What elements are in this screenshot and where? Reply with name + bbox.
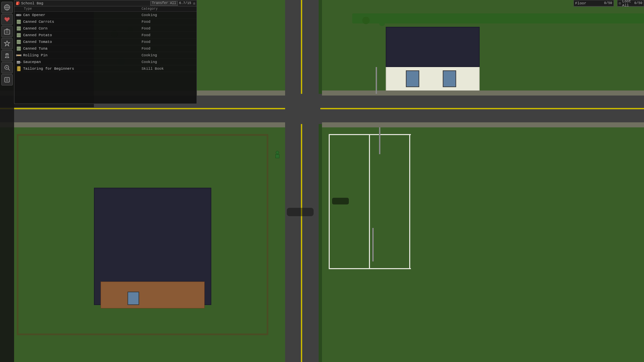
svg-rect-22 xyxy=(17,20,21,21)
weight-icon: ⚖ xyxy=(193,1,195,5)
svg-rect-23 xyxy=(17,23,21,24)
fence-v1 xyxy=(329,134,330,268)
panel-titlebar: 🎒 School Bag Transfer All 6.7/15 ⚖ xyxy=(14,0,197,6)
transfer-all-button[interactable]: Transfer All xyxy=(150,1,178,6)
item-row-canned-potato[interactable]: Canned Potato Food xyxy=(14,32,197,39)
player-character xyxy=(275,151,280,158)
item-row-tailoring-book[interactable]: Tailoring for Beginners Skill Book xyxy=(14,65,197,72)
svg-rect-38 xyxy=(20,54,21,56)
can-opener-icon xyxy=(16,12,22,18)
svg-rect-37 xyxy=(16,54,17,56)
road-debris-1 xyxy=(332,198,349,204)
house-bottom-left xyxy=(94,188,211,322)
hedge-top xyxy=(352,13,644,23)
item-row-canned-tomato[interactable]: Canned Tomato Food xyxy=(14,39,197,45)
toolbar-btn-skills[interactable] xyxy=(1,38,13,49)
lamp-pole-1 xyxy=(376,67,377,94)
svg-line-11 xyxy=(8,69,10,70)
lamp-pole-3 xyxy=(372,228,374,261)
road-line-v1 xyxy=(301,0,302,94)
svg-rect-26 xyxy=(17,29,21,31)
loot-panel: ⊡ Loot All 0/50 xyxy=(617,0,644,7)
item-list[interactable]: Can Opener Cooking Canned Carrots Food xyxy=(14,12,197,104)
sidewalk-bottom-right xyxy=(322,122,644,127)
item-category-canned-corn: Food xyxy=(142,26,195,31)
canned-tuna-icon xyxy=(16,46,22,52)
item-category-saucepan: Cooking xyxy=(142,60,195,64)
fence-h-bottom xyxy=(329,268,411,269)
item-row-canned-carrots[interactable]: Canned Carrots Food xyxy=(14,18,197,25)
canned-carrots-icon xyxy=(16,19,22,25)
sidewalk-bottom-left xyxy=(0,122,285,127)
toolbar-btn-map[interactable] xyxy=(1,2,13,13)
item-row-can-opener[interactable]: Can Opener Cooking xyxy=(14,12,197,18)
fence-v2 xyxy=(369,134,370,268)
fence-h-top xyxy=(329,134,411,135)
house-top-right xyxy=(386,27,480,101)
item-category-canned-tuna: Food xyxy=(142,47,195,51)
item-category-tailoring-book: Skill Book xyxy=(142,67,195,71)
item-name-canned-carrots: Canned Carrots xyxy=(23,20,142,24)
toolbar-btn-zoom[interactable] xyxy=(1,62,13,73)
loot-icon: ⊡ xyxy=(619,1,621,5)
header-category: Category xyxy=(142,7,195,11)
item-category-canned-potato: Food xyxy=(142,33,195,37)
item-row-canned-tuna[interactable]: Canned Tuna Food xyxy=(14,45,197,52)
toolbar-btn-debug[interactable] xyxy=(1,74,13,85)
item-row-rolling-pin[interactable]: Rolling Pin Cooking xyxy=(14,52,197,59)
svg-rect-40 xyxy=(20,62,21,63)
svg-rect-28 xyxy=(17,33,21,34)
item-row-canned-corn[interactable]: Canned Corn Food xyxy=(14,25,197,32)
item-category-canned-tomato: Food xyxy=(142,40,195,44)
bag-icon: 🎒 xyxy=(16,1,20,5)
toolbar-btn-health[interactable] xyxy=(1,14,13,25)
road-debris-2 xyxy=(287,208,314,216)
loot-title: Loot All xyxy=(622,0,633,7)
saucepan-icon xyxy=(16,59,22,65)
item-name-can-opener: Can Opener xyxy=(23,13,142,17)
item-category-can-opener: Cooking xyxy=(142,13,195,17)
road-line-h1 xyxy=(0,108,285,109)
item-name-canned-tomato: Canned Tomato xyxy=(23,40,142,44)
inventory-panel: 🎒 School Bag Transfer All 6.7/15 ⚖ Type … xyxy=(14,0,197,104)
svg-rect-4 xyxy=(4,30,10,34)
svg-rect-31 xyxy=(17,40,21,41)
item-name-canned-potato: Canned Potato xyxy=(23,33,142,37)
panel-title: School Bag xyxy=(21,1,149,5)
tree-5 xyxy=(362,17,370,24)
tree-6 xyxy=(379,20,385,26)
grass-bottom-right xyxy=(322,127,644,362)
item-row-saucepan[interactable]: Saucepan Cooking xyxy=(14,59,197,65)
rolling-pin-icon xyxy=(16,52,22,58)
svg-rect-29 xyxy=(17,36,21,37)
toolbar-btn-inventory[interactable] xyxy=(1,26,13,37)
road-line-v2 xyxy=(301,124,302,362)
header-type: Type xyxy=(23,7,142,11)
canned-tomato-icon xyxy=(16,39,22,45)
item-name-tailoring-book: Tailoring for Beginners xyxy=(23,67,142,71)
svg-rect-43 xyxy=(17,66,18,71)
tailoring-book-icon xyxy=(16,66,22,72)
item-name-rolling-pin: Rolling Pin xyxy=(23,53,142,57)
panel-header: Type Category xyxy=(14,6,197,12)
floor-title: Floor xyxy=(575,1,603,5)
svg-marker-7 xyxy=(4,41,10,46)
loot-titlebar: ⊡ Loot All 0/50 xyxy=(618,0,644,6)
item-name-saucepan: Saucepan xyxy=(23,60,142,64)
toolbar-btn-crafting[interactable] xyxy=(1,50,13,61)
floor-panel: Floor 0/50 xyxy=(574,0,614,7)
svg-rect-36 xyxy=(16,55,21,56)
item-name-canned-corn: Canned Corn xyxy=(23,26,142,31)
svg-rect-41 xyxy=(17,61,20,62)
sidewalk-top-right xyxy=(322,90,644,96)
item-category-rolling-pin: Cooking xyxy=(142,53,195,57)
item-name-canned-tuna: Canned Tuna xyxy=(23,47,142,51)
floor-count: 0/50 xyxy=(604,1,612,5)
svg-rect-34 xyxy=(17,47,21,48)
svg-rect-25 xyxy=(17,26,21,27)
svg-rect-35 xyxy=(17,50,21,51)
loot-count: 0/50 xyxy=(634,1,642,5)
floor-titlebar: Floor 0/50 xyxy=(574,0,613,6)
canned-corn-icon xyxy=(16,25,22,32)
canned-potato-icon xyxy=(16,32,22,38)
